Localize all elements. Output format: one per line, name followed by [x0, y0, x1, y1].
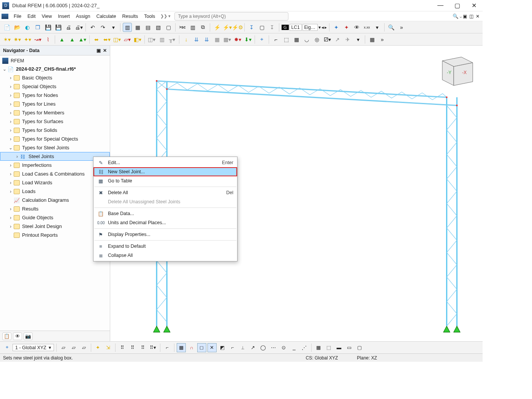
toolbar-more-icon[interactable]: »: [397, 23, 406, 32]
curve-icon[interactable]: ↝▾: [33, 35, 42, 44]
minimize-button[interactable]: —: [435, 2, 445, 9]
ctx-expand[interactable]: ≡Expand to Default: [93, 242, 237, 251]
undo-icon[interactable]: ↶: [88, 23, 97, 32]
tree-types-members[interactable]: Types for Members: [0, 108, 110, 117]
frame-icon[interactable]: ⬚: [282, 35, 291, 44]
work-plane-yz-icon[interactable]: ▱: [79, 343, 89, 352]
node-new-icon[interactable]: ✶▾: [2, 35, 11, 44]
tree-types-special[interactable]: Types for Special Objects: [0, 135, 110, 143]
opening-icon[interactable]: ◫▾: [147, 35, 156, 44]
menu-calculate[interactable]: Calculate: [93, 13, 119, 20]
tree-types-surfaces[interactable]: Types for Surfaces: [0, 117, 110, 126]
support-2-icon[interactable]: ▲: [68, 35, 77, 44]
tree-project[interactable]: 📄2024-02-27_CHS-final.rf6*: [0, 65, 110, 73]
panel-document-icon[interactable]: ▧: [154, 23, 163, 32]
bt-g2-icon[interactable]: ⬚: [324, 343, 333, 352]
curve2-icon[interactable]: ◡: [302, 35, 311, 44]
calculate-icon[interactable]: ⚡: [212, 23, 222, 32]
ctx-base-data[interactable]: 📋Base Data...: [93, 209, 237, 218]
node-group-icon[interactable]: ✷▾: [13, 35, 22, 44]
snap-tangent-icon[interactable]: ↗: [249, 343, 258, 352]
solid-icon[interactable]: ◧▾: [133, 35, 142, 44]
snap-line-icon[interactable]: ⎯: [290, 343, 299, 352]
panel-table-icon[interactable]: ▦: [133, 23, 142, 32]
snap-perp-icon[interactable]: ⟂: [238, 343, 247, 352]
menu-view[interactable]: View: [39, 13, 55, 20]
block-manager-icon[interactable]: ❒: [33, 23, 42, 32]
load-imposed-icon[interactable]: ⬇▾: [243, 35, 252, 44]
load-free-icon[interactable]: ✸▾: [233, 35, 242, 44]
snap-magnet-icon[interactable]: ∩: [187, 343, 196, 352]
panel-close-icon[interactable]: ✕: [103, 48, 107, 53]
menu-tools[interactable]: Tools: [141, 13, 158, 20]
save-all-icon[interactable]: 💾: [54, 23, 63, 32]
plane-icon[interactable]: ✈: [343, 35, 352, 44]
view-cube-icon[interactable]: -Y -X: [435, 49, 477, 87]
load-node-icon[interactable]: ↓: [182, 35, 191, 44]
undo-list-icon[interactable]: ▾: [109, 23, 118, 32]
toolbar2-more-icon[interactable]: »: [378, 35, 387, 44]
menu-assign[interactable]: Assign: [73, 13, 93, 20]
snap-angle-icon[interactable]: ⌐: [228, 343, 237, 352]
snap-guide-icon[interactable]: ⋰: [300, 343, 309, 352]
loads-down-icon[interactable]: ↧: [247, 23, 256, 32]
snap-circle-icon[interactable]: ◯: [259, 343, 268, 352]
search-command-icon[interactable]: 🔍⌄: [453, 13, 463, 19]
bt-g3-icon[interactable]: ▬: [334, 343, 344, 352]
menu-edit[interactable]: Edit: [24, 13, 39, 20]
filter-icon[interactable]: ⌖: [257, 35, 266, 44]
window-restore2-icon[interactable]: ◫: [469, 14, 473, 19]
nav-tab-data-icon[interactable]: 📋: [2, 332, 11, 340]
coord-system-combo[interactable]: 1 - Global XYZ▾: [13, 344, 54, 351]
section-icon[interactable]: ╥▾: [168, 35, 177, 44]
nav-tab-views-icon[interactable]: 📷: [24, 332, 33, 340]
wand-blue-icon[interactable]: ✦: [332, 23, 341, 32]
tree-types-steel-joints[interactable]: Types for Steel Joints: [0, 143, 110, 152]
lc-dropdown-icon[interactable]: ▾: [318, 25, 321, 30]
panel-undock-icon[interactable]: ▣: [97, 48, 101, 53]
print-dropdown-icon[interactable]: 🖨▾: [74, 23, 83, 32]
work-plane-xz-icon[interactable]: ▱: [69, 343, 78, 352]
bt-g5-icon[interactable]: ▢: [355, 343, 364, 352]
work-plane-xy-icon[interactable]: ▱: [59, 343, 68, 352]
grid-dots3-icon[interactable]: ⠿: [138, 343, 147, 352]
snap-square-icon[interactable]: ◻: [197, 343, 206, 352]
cloud-icon[interactable]: ◐: [23, 23, 32, 32]
open-file-icon[interactable]: 📂: [13, 23, 22, 32]
axis-icon[interactable]: ⌐: [271, 35, 280, 44]
find-icon[interactable]: 🔍: [387, 23, 396, 32]
panel-left-icon[interactable]: ▥: [123, 23, 132, 32]
toolbar-overflow-icon[interactable]: ▾: [373, 23, 382, 32]
support-3-icon[interactable]: ▲▾: [78, 35, 87, 44]
calculate-all-icon[interactable]: ⚡▾: [223, 23, 232, 32]
polyline-icon[interactable]: ⌇: [43, 35, 52, 44]
member-1-icon[interactable]: ⬌: [92, 35, 101, 44]
grid-toggle-icon[interactable]: ▦: [367, 35, 377, 44]
tree-special-objects[interactable]: Special Objects: [0, 82, 110, 91]
loadcase-selector[interactable]: G LC1 Eig… ▾ ◂ ▸: [282, 24, 327, 31]
origin-star-icon[interactable]: ✦: [93, 343, 103, 352]
close-button[interactable]: ✕: [469, 2, 479, 9]
line-new-icon[interactable]: ✦▾: [23, 35, 32, 44]
ctx-new-steel-joint[interactable]: ⛓New Steel Joint...: [93, 167, 237, 176]
panel-results-icon[interactable]: ▤: [143, 23, 152, 32]
print-icon[interactable]: 🖨: [64, 23, 73, 32]
tree-types-nodes[interactable]: Types for Nodes: [0, 91, 110, 100]
menu-file[interactable]: File: [11, 13, 24, 20]
menu-overflow-icon[interactable]: ❯❯ ▾: [158, 14, 173, 19]
ctx-display-props[interactable]: ⚑Display Properties...: [93, 230, 237, 239]
toolbar2-overflow-icon[interactable]: ▾: [353, 35, 363, 44]
redo-icon[interactable]: ↷: [98, 23, 108, 32]
support-1-icon[interactable]: ▲: [57, 35, 66, 44]
lc-next-icon[interactable]: ▸: [325, 25, 327, 30]
ctx-go-table[interactable]: ▦Go to Table: [93, 176, 237, 185]
snap-mid-icon[interactable]: ⋯: [269, 343, 278, 352]
nav-tab-display-icon[interactable]: 👁: [13, 332, 22, 340]
lc-prev-icon[interactable]: ◂: [321, 25, 324, 30]
snap-grid-icon[interactable]: ▦: [177, 343, 186, 352]
panel-empty-icon[interactable]: ▢: [164, 23, 173, 32]
console-icon[interactable]: ▥: [188, 23, 197, 32]
tree-basic-objects[interactable]: Basic Objects: [0, 73, 110, 82]
snap-center-icon[interactable]: ⊙: [279, 343, 288, 352]
surface-icon[interactable]: ▱▾: [123, 35, 132, 44]
